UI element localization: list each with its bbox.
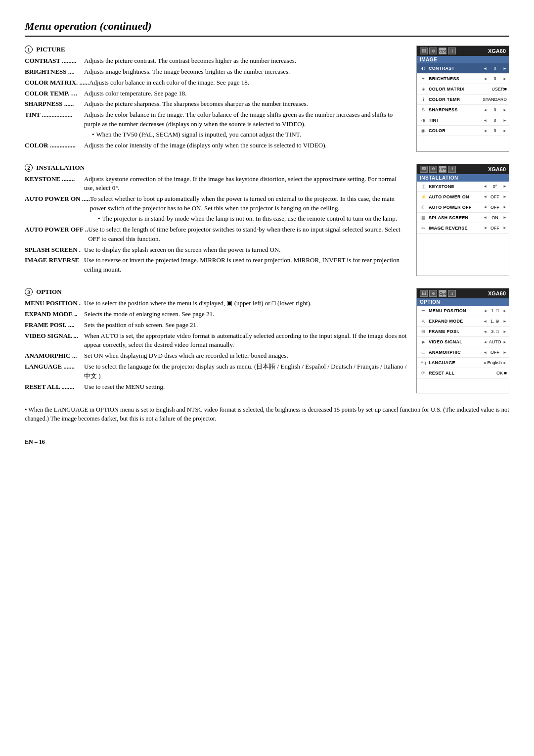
osd-row-icon-option-5: Ag [419,359,428,367]
osd-right-arrow-option-0: ► [503,309,507,313]
section-title-picture: 1 PICTURE [25,46,407,53]
osd-row-icon-picture-4: S [419,106,428,114]
osd-row-icon-option-1: A [419,317,428,325]
entry-label-option-2: FRAME POSI. .... [25,321,84,330]
osd-row-option-5: AgLANGUAGE ◄ English ► [417,358,509,368]
osd-val-installation-3: ON [488,215,502,220]
entry-label-installation-0: KEYSTONE ........ [25,175,84,193]
entry-desc-installation-1: To select whether to boot up automatical… [90,194,407,224]
osd-row-label-picture-5: TINT [428,118,483,123]
osd-row-label-option-0: MENU POSITION [428,308,483,313]
section-picture: 1 PICTURECONTRAST .........Adjusts the p… [25,46,509,152]
osd-row-ctrl-installation-3: ◄ ON ► [483,215,507,220]
entry-desc-option-3: When AUTO is set, the appropriate video … [84,331,407,350]
osd-row-icon-option-6: ⟳ [419,369,428,377]
entry-picture-2: COLOR MATRIX. ......Adjusts color balanc… [25,78,407,88]
osd-row-icon-picture-5: ◑ [419,116,428,124]
osd-section-header-option: OPTION [417,298,509,306]
osd-icons-option: 🖼 ⚙ Opt ℹ [420,290,456,297]
entry-desc-picture-0: Adjusts the picture contrast. The contra… [84,56,407,66]
osd-val-option-2: 3. □ [488,329,502,334]
osd-right-arrow-picture-0: ► [503,66,507,71]
osd-left-arrow-option-3: ◄ [483,340,487,344]
entry-desc-option-5: Use to select the language for the proje… [84,362,407,381]
osd-val-picture-4: 0 [488,107,502,112]
osd-val-special-option-6: OK ■ [496,371,507,376]
osd-row-icon-option-4: ▭ [419,348,428,356]
entry-installation-2: AUTO POWER OFF ..Use to select the lengt… [25,225,407,244]
osd-left-arrow-option-4: ◄ [483,350,487,355]
osd-icon-set: ⚙ [429,290,437,297]
osd-val-picture-1: 0 [488,76,502,81]
osd-model-option: XGA60 [488,290,506,296]
osd-row-ctrl-picture-1: ◄ 0 ► [483,76,507,81]
osd-icon-pic: 🖼 [420,290,428,297]
entry-bullet-installation-1: The projector is in stand-by mode when t… [98,214,407,224]
osd-row-picture-1: ✦BRIGHTNESS ◄ 0 ► [417,74,509,84]
osd-row-ctrl-option-2: ◄ 3. □ ► [483,329,507,334]
osd-icons-installation: 🖼 ⚙ Opt ℹ [420,166,456,173]
osd-right-arrow-installation-0: ► [503,184,507,189]
osd-row-picture-4: SSHARPNESS ◄ 0 ► [417,105,509,115]
osd-left-arrow-picture-1: ◄ [483,77,487,81]
entry-option-2: FRAME POSI. ....Sets the position of sub… [25,321,407,330]
osd-row-label-picture-6: COLOR [428,128,483,133]
osd-icon-set: ⚙ [429,47,437,54]
entry-desc-picture-4: Adjusts the picture sharpness. The sharp… [84,99,407,109]
entry-picture-5: TINT ...................Adjusts the colo… [25,110,407,140]
osd-right-arrow-option-5: ► [503,361,507,365]
osd-row-icon-option-0: ☰ [419,307,428,315]
osd-row-picture-6: ◉COLOR ◄ 0 ► [417,126,509,136]
osd-right-arrow-installation-2: ► [503,205,507,209]
entry-label-picture-0: CONTRAST ......... [25,56,84,66]
osd-row-label-option-3: VIDEO SIGNAL [428,339,483,344]
section-text-option: 3 OPTIONMENU POSITION .Use to select the… [25,288,407,393]
osd-left-arrow-picture-4: ◄ [483,108,487,112]
osd-right-arrow-picture-1: ► [503,77,507,81]
osd-val-option-0: 1. □ [488,308,502,313]
osd-row-icon-picture-6: ◉ [419,127,428,135]
section-title-installation: 2 INSTALLATION [25,164,407,172]
osd-row-label-picture-0: CONTRAST [428,66,483,71]
osd-val-picture-6: 0 [488,128,502,133]
osd-left-arrow-picture-6: ◄ [483,129,487,133]
entry-label-installation-2: AUTO POWER OFF .. [25,225,88,244]
osd-row-label-picture-1: BRIGHTNESS [428,76,483,81]
page-title: Menu operation (continued) [25,20,509,37]
osd-val-option-4: OFF [488,350,502,355]
osd-row-icon-installation-1: ⚡ [419,193,428,201]
osd-icon-info: ℹ [448,47,456,54]
osd-row-icon-option-3: ▶ [419,338,428,346]
entry-desc-installation-0: Adjusts keystone correction of the image… [84,175,407,193]
entry-picture-3: COLOR TEMP. …Adjusts color temperature. … [25,89,407,98]
osd-val-special-picture-2: USER■ [492,87,507,92]
osd-left-arrow-option-0: ◄ [483,309,487,313]
entry-option-1: EXPAND MODE ..Selects the mode of enlarg… [25,310,407,319]
section-text-installation: 2 INSTALLATIONKEYSTONE ........Adjusts k… [25,164,407,276]
entry-label-picture-5: TINT ................... [25,110,84,140]
osd-val-option-5: English [488,360,502,365]
entry-desc-option-4: Set ON when displaying DVD discs which a… [84,351,407,361]
osd-left-arrow-picture-5: ◄ [483,118,487,123]
osd-panel-option: 🖼 ⚙ Opt ℹ XGA60 OPTION☰MENU POSITION ◄ 1… [416,288,509,393]
entry-bullet-picture-5: When the TV50 (PAL, SECAM) signal is inp… [92,130,407,140]
osd-row-ctrl-picture-5: ◄ 0 ► [483,118,507,123]
osd-left-arrow-option-5: ◄ [483,361,487,365]
entry-installation-1: AUTO POWER ON .....To select whether to … [25,194,407,224]
osd-val-option-1: 1. ⊕ [488,319,502,324]
entry-desc-picture-5: Adjusts the color balance in the image. … [84,110,407,140]
osd-right-arrow-option-3: ► [503,340,507,344]
osd-val-picture-0: 0 [488,66,502,71]
entry-label-picture-2: COLOR MATRIX. ...... [25,78,89,88]
osd-row-ctrl-option-0: ◄ 1. □ ► [483,308,507,313]
osd-val-installation-4: OFF [488,226,502,231]
osd-row-label-option-5: LANGUAGE [428,360,483,365]
entry-desc-picture-3: Adjusts color temperature. See page 18. [84,89,407,98]
osd-right-arrow-picture-5: ► [503,118,507,123]
entry-option-5: LANGUAGE .......Use to select the langua… [25,362,407,381]
entry-label-option-6: RESET ALL ........ [25,382,84,392]
entry-label-option-5: LANGUAGE ....... [25,362,84,381]
osd-topbar-installation: 🖼 ⚙ Opt ℹ XGA60 [417,164,509,174]
osd-row-ctrl-option-6: OK ■ [496,371,507,376]
osd-left-arrow-installation-4: ◄ [483,226,487,230]
